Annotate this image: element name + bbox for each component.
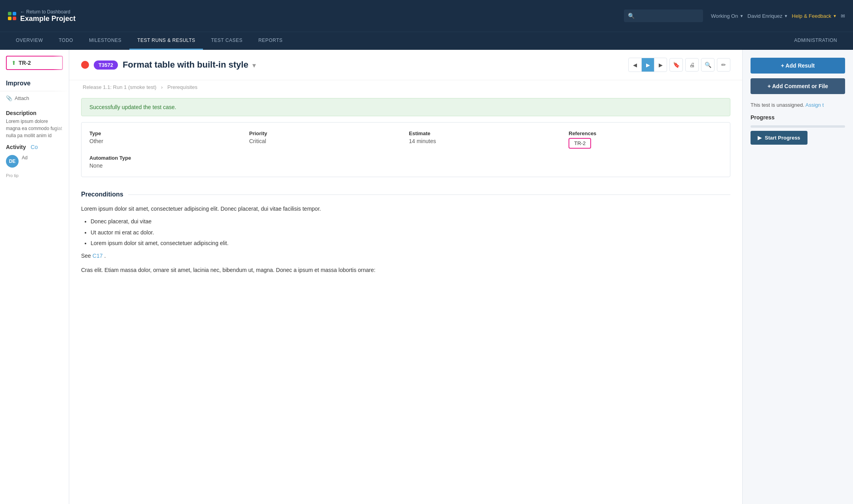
tab-overview[interactable]: OVERVIEW	[8, 32, 51, 50]
progress-bar	[751, 125, 845, 128]
automation-field: Automation Type None	[89, 155, 722, 169]
top-nav: ← Return to Dashboard Example Project 🔍 …	[0, 0, 853, 32]
search-input[interactable]	[624, 9, 703, 22]
mail-icon[interactable]: ✉	[841, 13, 845, 19]
info-grid: Type Other Priority Critical Estimate 14…	[89, 130, 722, 149]
tab-milestones[interactable]: MILESTONES	[81, 32, 129, 50]
automation-label: Automation Type	[89, 155, 722, 161]
activity-tab[interactable]: Co	[31, 144, 38, 150]
preconditions-intro: Lorem ipsum dolor sit amet, consectetuer…	[81, 204, 730, 214]
main-layout: ⬆ TR-2 Improve 📎 Attach Description Lore…	[0, 50, 853, 504]
activity-add[interactable]: Ad	[22, 155, 28, 160]
next-arrow-icon[interactable]: ▶	[654, 58, 667, 72]
preconditions-section-header: Preconditions	[69, 183, 742, 201]
preconditions-title: Preconditions	[81, 191, 123, 198]
success-message: Successfully updated the test case.	[81, 98, 730, 116]
test-title: Format table with built-in style ▾	[123, 60, 624, 70]
status-dot-red	[81, 61, 89, 69]
header-actions: ◀ ▶ ▶ 🔖 🖨 🔍 ✏	[628, 58, 730, 72]
see-line: See C17 .	[81, 251, 730, 261]
test-id-badge: T3572	[94, 60, 118, 70]
nav-arrows: ◀ ▶ ▶	[628, 58, 667, 72]
breadcrumb: Release 1.1: Run 1 (smoke test) › Prereq…	[69, 80, 742, 94]
preconditions-list: Donec placerat, dui vitae Ut auctor mi e…	[81, 217, 730, 248]
back-link[interactable]: ← Return to Dashboard	[20, 9, 76, 15]
prev-arrow-icon[interactable]: ◀	[629, 58, 641, 72]
list-item: Ut auctor mi erat ac dolor.	[91, 228, 730, 238]
fade-overlay	[53, 50, 69, 504]
list-item: Donec placerat, dui vitae	[91, 217, 730, 227]
edit-button[interactable]: ✏	[717, 58, 730, 72]
list-item: Lorem ipsum dolor sit amet, consectetuer…	[91, 239, 730, 248]
priority-field: Priority Critical	[249, 130, 403, 149]
ticket-up-icon: ⬆	[11, 60, 16, 66]
user-dropdown[interactable]: David Enriquez ▼	[747, 13, 788, 19]
estimate-label: Estimate	[409, 130, 563, 136]
nav-right: Working On ▼ David Enriquez ▼ Help & Fee…	[711, 13, 845, 19]
unassigned-text: This test is unassigned. Assign t	[751, 102, 845, 108]
tab-todo[interactable]: TODO	[51, 32, 81, 50]
automation-value: None	[89, 162, 722, 169]
type-label: Type	[89, 130, 243, 136]
search-container: 🔍	[624, 9, 703, 22]
user-caret-icon: ▼	[784, 14, 788, 18]
references-label: References	[569, 130, 722, 136]
search-icon: 🔍	[628, 13, 635, 19]
priority-label: Priority	[249, 130, 403, 136]
add-comment-button[interactable]: + Add Comment or File	[751, 78, 845, 94]
content-card: T3572 Format table with built-in style ▾…	[69, 50, 742, 504]
feedback-dropdown[interactable]: Help & Feedback ▼	[792, 13, 837, 19]
project-name: Example Project	[20, 15, 76, 23]
type-field: Type Other	[89, 130, 243, 149]
working-on-caret-icon: ▼	[739, 14, 743, 18]
logo-icon	[8, 12, 16, 20]
preconditions-body: Lorem ipsum dolor sit amet, consectetuer…	[69, 201, 742, 283]
attach-icon: 📎	[6, 95, 12, 101]
test-case-header: T3572 Format table with built-in style ▾…	[69, 50, 742, 80]
progress-label: Progress	[751, 114, 845, 121]
c17-link[interactable]: C17	[93, 253, 103, 259]
assign-link[interactable]: Assign t	[806, 102, 824, 108]
feedback-caret-icon: ▼	[833, 14, 837, 18]
breadcrumb-separator: ›	[161, 84, 163, 90]
section-divider	[128, 194, 730, 195]
activity-label: Activity	[6, 144, 26, 150]
ticket-label: TR-2	[19, 60, 31, 66]
working-on-dropdown[interactable]: Working On ▼	[711, 13, 743, 19]
tab-administration[interactable]: ADMINISTRATION	[786, 32, 845, 50]
title-caret-icon: ▾	[252, 62, 256, 69]
closing-text: Cras elit. Etiam massa dolor, ornare sit…	[81, 266, 730, 275]
tabs-bar: OVERVIEW TODO MILESTONES TEST RUNS & RES…	[0, 32, 853, 50]
add-result-button[interactable]: + Add Result	[751, 58, 845, 74]
start-progress-button[interactable]: ▶ Start Progress	[751, 131, 808, 145]
breadcrumb-part2[interactable]: Prerequisites	[167, 84, 197, 90]
right-sidebar: + Add Result + Add Comment or File This …	[742, 50, 853, 504]
tab-test-cases[interactable]: TEST CASES	[203, 32, 250, 50]
avatar: DE	[6, 155, 19, 168]
estimate-value: 14 minutes	[409, 138, 563, 144]
tab-test-runs[interactable]: TEST RUNS & RESULTS	[129, 32, 203, 50]
reference-badge[interactable]: TR-2	[569, 138, 591, 149]
center-content: T3572 Format table with built-in style ▾…	[69, 50, 742, 504]
bookmark-button[interactable]: 🔖	[669, 58, 683, 72]
print-button[interactable]: 🖨	[685, 58, 699, 72]
search-button[interactable]: 🔍	[701, 58, 715, 72]
play-circle-icon: ▶	[758, 135, 762, 141]
play-icon[interactable]: ▶	[641, 58, 654, 72]
left-sidebar: ⬆ TR-2 Improve 📎 Attach Description Lore…	[0, 50, 69, 504]
priority-value: Critical	[249, 138, 403, 144]
references-field: References TR-2	[569, 130, 722, 149]
estimate-field: Estimate 14 minutes	[409, 130, 563, 149]
breadcrumb-part1[interactable]: Release 1.1: Run 1 (smoke test)	[83, 84, 156, 90]
info-table: Type Other Priority Critical Estimate 14…	[81, 122, 730, 177]
brand-info: ← Return to Dashboard Example Project	[20, 9, 76, 23]
logo-area: ← Return to Dashboard Example Project	[8, 9, 76, 23]
type-value: Other	[89, 138, 243, 144]
tab-reports[interactable]: REPORTS	[250, 32, 290, 50]
